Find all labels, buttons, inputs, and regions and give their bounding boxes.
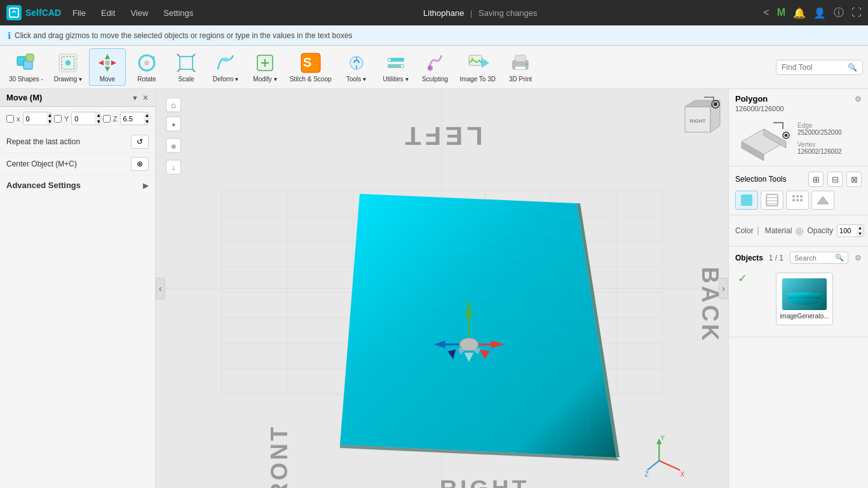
app-logo[interactable]: SelfCAD bbox=[6, 5, 61, 20]
color-picker[interactable] bbox=[757, 226, 759, 236]
sel-tool-icon-3[interactable]: ⊠ bbox=[846, 172, 862, 187]
nav-cube[interactable]: RIGHT bbox=[672, 94, 723, 145]
x-checkbox[interactable] bbox=[6, 115, 14, 123]
panel-header: Move (M) ▼ ✕ bbox=[0, 89, 155, 107]
find-tool-input[interactable] bbox=[782, 63, 845, 72]
tool-move[interactable]: Move bbox=[89, 48, 126, 86]
nav-rotate-icon[interactable]: ⊕ bbox=[166, 139, 181, 152]
menu-settings[interactable]: Settings bbox=[159, 6, 197, 20]
svg-text:⊕: ⊕ bbox=[171, 143, 176, 150]
document-title: Lithophane | Saving changes bbox=[205, 8, 756, 18]
nav-down-icon[interactable]: ↓ bbox=[166, 160, 181, 174]
center-object-button[interactable]: ⊕ bbox=[131, 157, 149, 171]
advanced-settings-row[interactable]: Advanced Settings ▶ bbox=[0, 175, 155, 195]
object-list-item[interactable]: imageGenerato... bbox=[776, 273, 833, 325]
bell-icon[interactable]: 🔔 bbox=[793, 7, 806, 19]
svg-text:X: X bbox=[680, 471, 684, 478]
info-icon[interactable]: ⓘ bbox=[834, 6, 844, 20]
object-check-icon[interactable]: ✓ bbox=[738, 271, 747, 285]
svg-point-31 bbox=[401, 65, 403, 67]
material-icon[interactable]: ◎ bbox=[796, 226, 803, 236]
fullscreen-icon[interactable]: ⛶ bbox=[851, 7, 862, 18]
y-spin-up[interactable]: ▲ bbox=[95, 112, 100, 119]
selection-tools-label: Selection Tools bbox=[735, 175, 804, 184]
svg-point-32 bbox=[428, 65, 433, 71]
y-label: Y bbox=[64, 115, 69, 123]
nav-center-icon[interactable]: ✦ bbox=[166, 117, 181, 131]
z-spin-down[interactable]: ▼ bbox=[144, 119, 149, 125]
panel-close-icon[interactable]: ✕ bbox=[142, 93, 149, 102]
viewport-label-right: RIGHT bbox=[440, 475, 530, 488]
tool-rotate[interactable]: Rotate bbox=[128, 49, 165, 85]
sel-tool-icon-2[interactable]: ⊟ bbox=[827, 172, 843, 187]
y-spin-down[interactable]: ▼ bbox=[95, 119, 100, 125]
opacity-input[interactable] bbox=[837, 226, 857, 236]
tool-sculpting[interactable]: Sculpting bbox=[417, 49, 454, 85]
z-checkbox[interactable] bbox=[103, 115, 111, 123]
tool-modify[interactable]: Modify ▾ bbox=[247, 49, 283, 85]
tool-scale[interactable]: Scale bbox=[168, 49, 205, 85]
sel-mode-faces[interactable] bbox=[811, 191, 834, 210]
tool-deform[interactable]: Deform ▾ bbox=[207, 49, 244, 85]
panel-dropdown-icon[interactable]: ▼ bbox=[132, 94, 139, 102]
settings-gear-icon[interactable]: ⚙ bbox=[855, 95, 862, 104]
sel-mode-solid[interactable] bbox=[735, 191, 758, 210]
svg-text:Y: Y bbox=[660, 435, 665, 442]
tool-stitch-scoop[interactable]: S Stitch & Scoop bbox=[286, 49, 336, 85]
objects-gear-icon[interactable]: ⚙ bbox=[855, 254, 862, 262]
toggle-right-arrow[interactable]: › bbox=[719, 278, 728, 299]
toggle-left-arrow[interactable]: ‹ bbox=[156, 278, 165, 299]
menu-view[interactable]: View bbox=[126, 6, 152, 20]
find-tool-search[interactable]: 🔍 bbox=[776, 60, 863, 75]
tool-drawing[interactable]: Drawing ▾ bbox=[50, 49, 86, 85]
tool-utilities[interactable]: Utilities ▾ bbox=[377, 49, 414, 85]
menu-file[interactable]: File bbox=[69, 6, 90, 20]
tool-3d-shapes[interactable]: 30 Shapes - bbox=[5, 49, 47, 85]
mesh-preview-cube bbox=[735, 116, 792, 161]
y-checkbox[interactable] bbox=[54, 115, 62, 123]
viewport-label-left: LEFT bbox=[401, 121, 482, 150]
objects-search-box[interactable]: 🔍 bbox=[790, 252, 848, 264]
center-object-row: Center Object (M+C) ⊕ bbox=[0, 152, 155, 175]
rotate-icon bbox=[135, 51, 158, 74]
sel-tool-icon-1[interactable]: ⊞ bbox=[808, 172, 824, 187]
sel-mode-wireframe[interactable] bbox=[761, 191, 783, 210]
viewport-label-front: FRONT bbox=[266, 424, 293, 488]
drawing-icon bbox=[57, 51, 79, 74]
svg-point-6 bbox=[65, 60, 71, 65]
viewport-canvas[interactable]: LEFT FRONT RIGHT BACK bbox=[156, 89, 728, 488]
svg-point-11 bbox=[105, 60, 110, 65]
tool-3d-print[interactable]: 3D Print bbox=[502, 49, 539, 85]
x-spin-up[interactable]: ▲ bbox=[46, 112, 51, 119]
menu-edit[interactable]: Edit bbox=[97, 6, 119, 20]
info-icon: ℹ bbox=[8, 30, 11, 41]
y-input-group: ▲ ▼ bbox=[71, 112, 100, 125]
svg-point-39 bbox=[525, 63, 527, 65]
tools-label: Tools ▾ bbox=[346, 76, 366, 83]
logo-icon bbox=[6, 5, 22, 20]
opacity-spin-down[interactable]: ▼ bbox=[857, 231, 864, 236]
user-icon[interactable]: 👤 bbox=[813, 7, 826, 19]
m-icon[interactable]: M bbox=[777, 7, 785, 18]
share-icon[interactable]: < bbox=[763, 7, 769, 18]
utilities-icon bbox=[384, 51, 407, 74]
viewport[interactable]: ‹ › bbox=[156, 89, 728, 488]
svg-text:S: S bbox=[303, 55, 311, 69]
svg-rect-0 bbox=[10, 8, 18, 17]
tool-image-to-3d[interactable]: Image To 3D bbox=[456, 49, 500, 85]
utilities-label: Utilities ▾ bbox=[383, 76, 409, 83]
svg-marker-104 bbox=[817, 196, 829, 204]
z-spin-up[interactable]: ▲ bbox=[144, 112, 149, 119]
objects-search-input[interactable] bbox=[794, 254, 832, 262]
x-value-input[interactable] bbox=[24, 114, 46, 124]
nav-home-icon[interactable]: ⌂ bbox=[166, 98, 181, 112]
x-spin-down[interactable]: ▼ bbox=[46, 119, 51, 125]
sel-mode-dots[interactable] bbox=[786, 191, 809, 210]
y-value-input[interactable] bbox=[72, 114, 95, 124]
tool-tools[interactable]: Tools ▾ bbox=[338, 49, 375, 85]
z-value-input[interactable] bbox=[121, 114, 144, 124]
opacity-spin-up[interactable]: ▲ bbox=[857, 225, 864, 231]
repeat-action-button[interactable]: ↺ bbox=[131, 135, 149, 149]
svg-marker-10 bbox=[111, 60, 116, 65]
search-icon: 🔍 bbox=[835, 254, 844, 262]
